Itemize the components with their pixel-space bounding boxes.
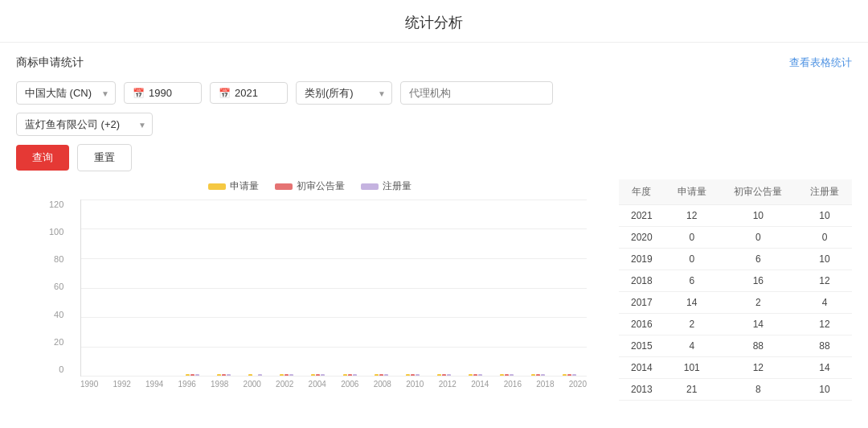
table-row: 20190610 xyxy=(619,249,852,270)
reset-button[interactable]: 重置 xyxy=(77,144,132,171)
x-axis-label: 1998 xyxy=(211,380,228,389)
x-axis-label: 2014 xyxy=(471,380,489,389)
category-select[interactable]: 类别(所有) 第1类 第2类 xyxy=(296,81,392,105)
table-cell: 2016 xyxy=(619,314,665,335)
bar xyxy=(222,374,226,376)
legend-item: 注册量 xyxy=(361,179,411,193)
y-axis-label: 40 xyxy=(49,310,63,319)
table-body: 2021121010202000020190610201861612201714… xyxy=(619,205,852,401)
legend-label: 注册量 xyxy=(383,179,411,193)
table-cell: 2015 xyxy=(619,335,665,357)
grid-line xyxy=(81,376,587,377)
table-cell: 0 xyxy=(665,227,719,249)
bar xyxy=(437,374,441,376)
bar xyxy=(186,374,190,376)
bar xyxy=(248,374,252,376)
table-cell: 101 xyxy=(665,357,719,379)
table-cell: 10 xyxy=(719,205,797,227)
legend-item: 申请量 xyxy=(208,179,259,193)
bar-group xyxy=(460,374,491,376)
table-cell: 12 xyxy=(719,357,797,379)
y-axis-label: 60 xyxy=(49,282,63,291)
legend-color xyxy=(275,183,293,190)
table-cell: 10 xyxy=(797,379,852,401)
table-cell: 2021 xyxy=(619,205,665,227)
year-start-input[interactable] xyxy=(149,87,193,99)
table-row: 201548888 xyxy=(619,335,852,357)
table-cell: 4 xyxy=(797,292,852,314)
bar xyxy=(289,374,293,376)
bar xyxy=(473,374,477,376)
legend-item: 初审公告量 xyxy=(275,179,345,193)
x-axis-label: 2002 xyxy=(276,380,293,389)
bar xyxy=(541,374,545,376)
bar xyxy=(353,374,357,376)
x-axis-label: 2010 xyxy=(406,380,424,389)
bar-group xyxy=(397,374,428,376)
bar xyxy=(258,374,262,376)
table-column-header: 年度 xyxy=(619,179,665,205)
bar-group xyxy=(271,374,302,376)
bar xyxy=(478,374,482,376)
x-axis-label: 2012 xyxy=(439,380,457,389)
table-cell: 2013 xyxy=(619,379,665,401)
bar xyxy=(379,374,383,376)
page-header: 统计分析 xyxy=(0,0,868,43)
bar xyxy=(195,374,199,376)
table-row: 2020000 xyxy=(619,227,852,249)
table-cell: 2019 xyxy=(619,249,665,270)
table-header-row: 年度申请量初审公告量注册量 xyxy=(619,179,852,205)
agency-input[interactable] xyxy=(400,81,553,105)
section-title: 商标申请统计 xyxy=(16,56,84,70)
table-cell: 0 xyxy=(797,227,852,249)
table-cell: 14 xyxy=(719,314,797,335)
bar xyxy=(384,374,388,376)
x-axis-label: 2016 xyxy=(504,380,522,389)
section-header: 商标申请统计 查看表格统计 xyxy=(16,56,852,70)
table-row: 20141011214 xyxy=(619,357,852,379)
table-cell: 12 xyxy=(665,205,719,227)
table-cell: 14 xyxy=(665,292,719,314)
table-cell: 21 xyxy=(665,379,719,401)
x-axis: 1990199219941996199820002002200420062008… xyxy=(80,380,587,389)
bars-wrapper xyxy=(81,200,587,376)
y-axis-label: 80 xyxy=(49,254,63,264)
bar xyxy=(563,374,567,376)
filter-row-2: 蓝灯鱼有限公司 (+2) ▼ xyxy=(16,113,852,136)
y-axis: 120100806040200 xyxy=(49,200,63,376)
y-axis-label: 120 xyxy=(49,200,63,209)
region-select[interactable]: 中国大陆 (CN) 美国 (US) 欧盟 (EU) xyxy=(16,81,116,105)
x-axis-label: 2000 xyxy=(244,380,261,389)
bar xyxy=(406,374,410,376)
table-column-header: 注册量 xyxy=(797,179,852,205)
x-axis-label: 2008 xyxy=(374,380,391,389)
table-column-header: 申请量 xyxy=(665,179,719,205)
bar xyxy=(190,374,194,376)
x-axis-label: 2020 xyxy=(569,380,587,389)
query-button[interactable]: 查询 xyxy=(16,145,69,171)
y-axis-label: 100 xyxy=(49,227,63,237)
table-cell: 10 xyxy=(797,205,852,227)
bar xyxy=(572,374,576,376)
page-title: 统计分析 xyxy=(405,14,463,31)
bar xyxy=(280,374,284,376)
table-cell: 2 xyxy=(665,314,719,335)
calendar-start-icon: 📅 xyxy=(133,88,145,99)
year-end-input[interactable] xyxy=(235,87,279,99)
table-cell: 10 xyxy=(797,249,852,270)
button-row: 查询 重置 xyxy=(16,144,852,171)
chart-area: 申请量初审公告量注册量 120100806040200 199019921994… xyxy=(16,179,603,401)
table-cell: 2018 xyxy=(619,270,665,292)
table-cell: 2020 xyxy=(619,227,665,249)
y-axis-label: 0 xyxy=(49,364,63,374)
table-row: 2021121010 xyxy=(619,205,852,227)
table-head: 年度申请量初审公告量注册量 xyxy=(619,179,852,205)
view-table-link[interactable]: 查看表格统计 xyxy=(789,56,852,70)
bar xyxy=(510,374,514,376)
company-select[interactable]: 蓝灯鱼有限公司 (+2) xyxy=(16,113,153,136)
filter-row-1: 中国大陆 (CN) 美国 (US) 欧盟 (EU) ▼ 📅 📅 类别(所有) 第… xyxy=(16,81,852,105)
table-area: 年度申请量初审公告量注册量 20211210102020000201906102… xyxy=(619,179,852,401)
table-cell: 2017 xyxy=(619,292,665,314)
table-row: 201621412 xyxy=(619,314,852,335)
legend-color xyxy=(361,183,379,190)
